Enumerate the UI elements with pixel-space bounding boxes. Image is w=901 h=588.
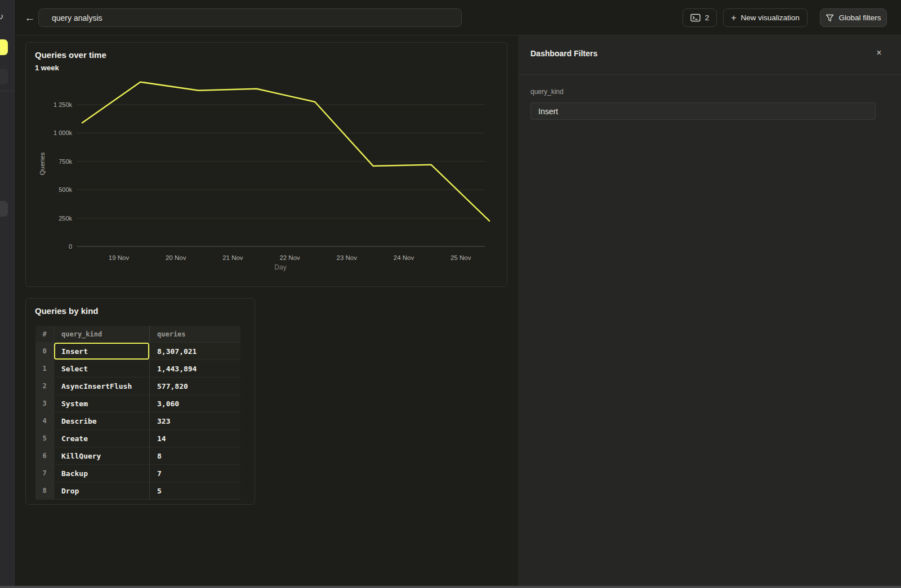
table-row[interactable]: 1Select1,443,894	[35, 360, 240, 378]
y-tick-label: 0	[69, 243, 72, 250]
table-row[interactable]: 5Create14	[35, 430, 240, 447]
table-row[interactable]: 7Backup7	[35, 465, 240, 482]
app-sidebar: ↻	[0, 0, 15, 588]
cell-index: 0	[35, 343, 54, 360]
x-tick-label: 20 Nov	[166, 254, 186, 261]
global-filters-button[interactable]: Global filters	[820, 8, 887, 27]
x-tick-label: 22 Nov	[279, 254, 300, 261]
sql-console-icon	[690, 14, 701, 22]
table-row[interactable]: 6KillQuery8	[35, 447, 240, 465]
query-kind-filter-input[interactable]	[530, 102, 876, 120]
y-tick-label: 500k	[59, 186, 72, 193]
filter-funnel-icon	[826, 14, 834, 22]
sql-console-button[interactable]: 2	[683, 8, 717, 27]
cell-query-kind[interactable]: Drop	[54, 482, 150, 499]
cell-query-kind[interactable]: Describe	[54, 412, 150, 429]
horizontal-scrollbar[interactable]	[0, 586, 901, 588]
close-panel-button[interactable]: ×	[872, 46, 886, 60]
cell-queries: 8	[150, 447, 240, 464]
header-cell-query-kind: query_kind	[54, 326, 150, 342]
y-tick-label: 1 000k	[53, 129, 73, 136]
cell-queries: 1,443,894	[150, 360, 240, 377]
cell-query-kind[interactable]: AsyncInsertFlush	[54, 378, 150, 394]
new-visualization-label: New visualization	[741, 14, 800, 22]
cell-query-kind[interactable]: System	[54, 395, 150, 412]
filter-field-label: query_kind	[530, 88, 564, 96]
dashboard-title-input[interactable]	[38, 8, 462, 27]
cell-query-kind[interactable]: Create	[54, 430, 150, 447]
table-header-row: # query_kind queries	[35, 326, 240, 343]
cell-index: 4	[35, 412, 54, 429]
table-row[interactable]: 3System3,060	[35, 395, 240, 412]
sidebar-item[interactable]	[0, 201, 8, 217]
cell-query-kind[interactable]: KillQuery	[54, 447, 150, 464]
new-visualization-button[interactable]: + New visualization	[723, 8, 808, 27]
cell-index: 7	[35, 465, 54, 482]
top-bar: ← 2 + New visualization Global filters	[15, 0, 901, 35]
sidebar-item-active[interactable]	[0, 39, 8, 55]
y-tick-label: 1 250k	[53, 101, 73, 108]
cell-queries: 5	[150, 482, 240, 499]
x-tick-label: 24 Nov	[394, 254, 414, 261]
cell-query-kind[interactable]: Backup	[54, 465, 150, 482]
x-axis-title: Day	[274, 263, 286, 271]
cell-query-kind[interactable]: Insert	[54, 343, 150, 360]
table-row[interactable]: 8Drop5	[35, 482, 240, 500]
queries-over-time-chart[interactable]: 1 250k1 000k750k500k250k019 Nov20 Nov21 …	[26, 43, 507, 286]
table-title: Queries by kind	[35, 306, 99, 316]
chart-card: Queries over time 1 week 1 250k1 000k750…	[25, 42, 507, 287]
x-tick-label: 21 Nov	[222, 254, 243, 261]
y-axis-title: Queries	[39, 152, 46, 176]
cell-queries: 7	[150, 465, 240, 482]
panel-divider	[518, 74, 901, 75]
cell-query-kind[interactable]: Select	[54, 360, 150, 377]
header-cell-index: #	[35, 326, 54, 342]
y-tick-label: 750k	[59, 158, 72, 165]
x-tick-label: 23 Nov	[337, 254, 358, 261]
cell-index: 3	[35, 395, 54, 412]
cell-index: 1	[35, 360, 54, 377]
cell-index: 6	[35, 447, 54, 464]
global-filters-label: Global filters	[838, 14, 881, 22]
header-cell-queries: queries	[150, 326, 240, 342]
table-row[interactable]: 0Insert8,307,021	[35, 343, 240, 360]
cell-index: 2	[35, 378, 54, 394]
console-count: 2	[705, 14, 710, 22]
x-tick-label: 19 Nov	[109, 254, 130, 261]
cell-queries: 323	[150, 412, 240, 429]
dashboard-filters-panel: Dashboard Filters × query_kind	[518, 35, 901, 588]
sidebar-item[interactable]	[0, 69, 8, 84]
cell-queries: 3,060	[150, 395, 240, 412]
filters-panel-title: Dashboard Filters	[530, 49, 597, 58]
close-icon: ×	[876, 48, 881, 57]
dashboard-canvas: Queries over time 1 week 1 250k1 000k750…	[15, 35, 518, 588]
sidebar-divider	[0, 91, 15, 91]
back-arrow-icon: ←	[25, 12, 35, 24]
x-tick-label: 25 Nov	[450, 254, 471, 261]
cell-queries: 577,820	[150, 378, 240, 394]
y-tick-label: 250k	[59, 215, 72, 222]
plus-icon: +	[731, 13, 736, 23]
queries-line-series	[82, 82, 489, 221]
cell-index: 8	[35, 482, 54, 499]
cell-index: 5	[35, 430, 54, 447]
table-row[interactable]: 2AsyncInsertFlush577,820	[35, 378, 240, 395]
table-row[interactable]: 4Describe323	[35, 412, 240, 430]
back-button[interactable]: ←	[21, 10, 38, 26]
table-card: Queries by kind # query_kind queries 0In…	[25, 298, 255, 505]
cell-queries: 14	[150, 430, 240, 447]
cell-queries: 8,307,021	[150, 343, 240, 360]
refresh-icon[interactable]: ↻	[0, 11, 3, 22]
queries-by-kind-table: # query_kind queries 0Insert8,307,0211Se…	[35, 326, 240, 500]
